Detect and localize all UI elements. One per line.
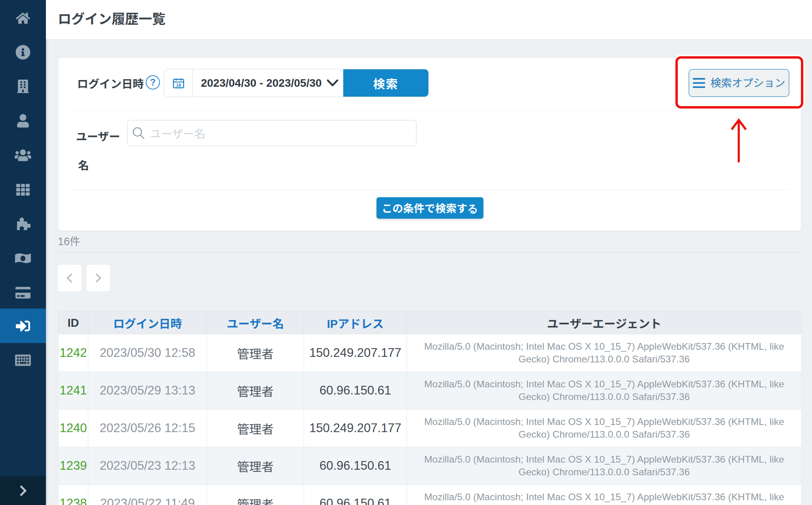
svg-text:18: 18 xyxy=(176,82,181,87)
